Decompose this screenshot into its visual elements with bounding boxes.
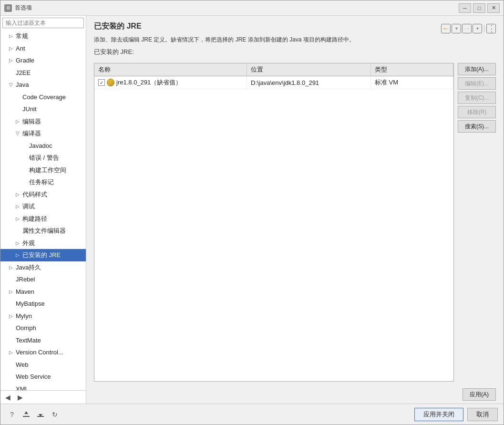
sidebar-item-task-tags[interactable]: 任务标记 [0,176,86,188]
dialog-bottom: ? ↻ 应用并关闭 取消 [0,404,504,425]
sidebar-item-web[interactable]: Web [0,359,86,371]
expand-icon: ▷ [9,57,15,64]
sidebar: ▷ 常规 ▷ Ant ▷ Gradle J2EE ▽ Java [0,16,86,404]
apply-button[interactable]: 应用(A) [463,388,496,401]
expand-icon: ▷ [9,312,15,320]
nav-forward-button[interactable]: → [462,24,472,33]
sidebar-item-general[interactable]: ▷ 常规 [0,30,86,42]
jre-table: 名称 位置 类型 jre1.8.0_291（缺省值） D:\java\env\j… [94,63,454,382]
sidebar-item-compiler[interactable]: ▽ 编译器 [0,127,86,140]
sidebar-item-maven[interactable]: ▷ Maven [0,286,86,298]
sidebar-item-appearance[interactable]: ▷ 外观 [0,237,86,249]
sidebar-item-java[interactable]: ▽ Java [0,79,86,91]
col-header-location: 位置 [247,63,371,76]
import-icon[interactable] [35,409,46,420]
svg-marker-1 [24,411,28,414]
window-icon: ⚙ [4,4,12,12]
copy-button[interactable]: 复制(C)... [458,92,496,104]
sidebar-item-debug[interactable]: ▷ 调试 [0,200,86,213]
refresh-icon[interactable]: ↻ [49,409,61,420]
table-body: jre1.8.0_291（缺省值） D:\java\env\jdk1.8.0_2… [94,76,453,381]
sidebar-scroll: ▷ 常规 ▷ Ant ▷ Gradle J2EE ▽ Java [0,30,86,390]
nav-forward-dropdown-button[interactable]: ▾ [473,24,482,33]
table-header: 名称 位置 类型 [94,63,453,76]
sidebar-item-build-workspace[interactable]: 构建工作空间 [0,164,86,176]
close-button[interactable]: ✕ [487,3,500,13]
sidebar-item-javadoc[interactable]: Javadoc [0,140,86,152]
expand-all-icon[interactable]: ▶ [15,393,25,402]
dialog-bottom-left: ? ↻ [6,409,61,420]
collapse-all-icon[interactable]: ◀ [2,393,13,402]
sidebar-item-j2ee[interactable]: J2EE [0,67,86,79]
nav-back-dropdown-button[interactable]: ▾ [452,24,461,33]
maximize-button[interactable]: □ [473,3,485,13]
sidebar-item-version-control[interactable]: ▷ Version Control... [0,346,86,359]
td-type: 标准 VM [371,76,453,89]
sidebar-item-build-path[interactable]: ▷ 构建路径 [0,213,86,225]
sidebar-item-errors-warnings[interactable]: 错误 / 警告 [0,152,86,164]
minimize-button[interactable]: ─ [459,3,471,13]
content-area: ▷ 常规 ▷ Ant ▷ Gradle J2EE ▽ Java [0,16,504,404]
sidebar-item-textmate[interactable]: TextMate [0,334,86,347]
expand-icon: ▽ [9,81,15,88]
sidebar-item-oomph[interactable]: Oomph [0,322,86,334]
expand-icon: ▷ [9,45,15,52]
help-icon[interactable]: ? [6,409,18,420]
expand-icon: ▷ [16,215,21,222]
nav-back-button[interactable]: ← [441,24,451,33]
apply-close-button[interactable]: 应用并关闭 [414,408,463,421]
content-body: 名称 位置 类型 jre1.8.0_291（缺省值） D:\java\env\j… [86,63,504,385]
window-title: 首选项 [15,4,459,12]
sidebar-item-property-editor[interactable]: 属性文件编辑器 [0,225,86,237]
sidebar-item-xml[interactable]: XML [0,383,86,391]
cancel-button[interactable]: 取消 [467,408,498,421]
sidebar-item-installed-jre[interactable]: ▷ 已安装的 JRE [0,249,86,261]
sidebar-item-jrebel[interactable]: JRebel [0,273,86,286]
remove-button[interactable]: 移除(R) [458,106,496,118]
expand-icon: ▽ [16,130,21,137]
col-header-type: 类型 [371,63,453,76]
expand-icon: ▷ [16,191,21,198]
filter-input[interactable] [2,18,84,28]
sidebar-item-editor[interactable]: ▷ 编辑器 [0,115,86,128]
jre-icon [107,79,114,86]
expand-icon: ▷ [9,264,15,271]
window-controls: ─ □ ✕ [459,3,500,13]
sidebar-item-mylyn[interactable]: ▷ Mylyn [0,310,86,322]
expand-icon: ▷ [16,118,21,125]
expand-icon: ▷ [9,288,15,295]
edit-button[interactable]: 编辑(E)... [458,77,496,90]
table-label: 已安装的 JRE: [94,48,496,56]
sidebar-item-junit[interactable]: JUnit [0,103,86,115]
expand-icon: ▷ [16,239,21,247]
separator [484,25,484,32]
main-panel: 已安装的 JRE ← ▾ → ▾ ⋮ 添加、除去或编辑 JRE 定义。缺省情况下… [86,16,504,404]
table-row[interactable]: jre1.8.0_291（缺省值） D:\java\env\jdk1.8.0_2… [94,76,453,89]
sidebar-item-code-style[interactable]: ▷ 代码样式 [0,188,86,201]
col-header-name: 名称 [94,63,247,76]
action-buttons: 添加(A)... 编辑(E)... 复制(C)... 移除(R) 搜索(S)..… [458,63,496,382]
page-description: 添加、除去或编辑 JRE 定义。缺省情况下，将把选择的 JRE 添加到新创建的 … [94,35,496,44]
add-button[interactable]: 添加(A)... [458,63,496,75]
sidebar-item-code-coverage[interactable]: Code Coverage [0,91,86,104]
sidebar-item-mybatipse[interactable]: MyBatipse [0,298,86,310]
apply-section: 应用(A) [86,385,504,404]
menu-button[interactable]: ⋮ [486,24,496,33]
expand-icon: ▷ [16,203,21,210]
title-bar: ⚙ 首选项 ─ □ ✕ [0,0,504,16]
svg-rect-0 [23,416,30,417]
sidebar-item-java-persistence[interactable]: ▷ Java持久 [0,261,86,274]
export-icon[interactable] [21,409,32,420]
sidebar-item-ant[interactable]: ▷ Ant [0,42,86,55]
preferences-window: ⚙ 首选项 ─ □ ✕ ▷ 常规 ▷ Ant ▷ [0,0,504,425]
expand-icon: ▷ [9,32,15,40]
row-checkbox[interactable] [98,79,105,86]
search-button[interactable]: 搜索(S)... [458,120,496,133]
sidebar-item-gradle[interactable]: ▷ Gradle [0,54,86,67]
page-title: 已安装的 JRE [94,21,142,31]
main-header: 已安装的 JRE ← ▾ → ▾ ⋮ 添加、除去或编辑 JRE 定义。缺省情况下… [86,16,504,63]
td-location: D:\java\env\jdk1.8.0_291 [247,77,371,88]
dialog-bottom-right: 应用并关闭 取消 [414,408,498,421]
sidebar-bottom-controls: ◀ ▶ [0,390,86,404]
sidebar-item-web-service[interactable]: Web Service [0,371,86,383]
